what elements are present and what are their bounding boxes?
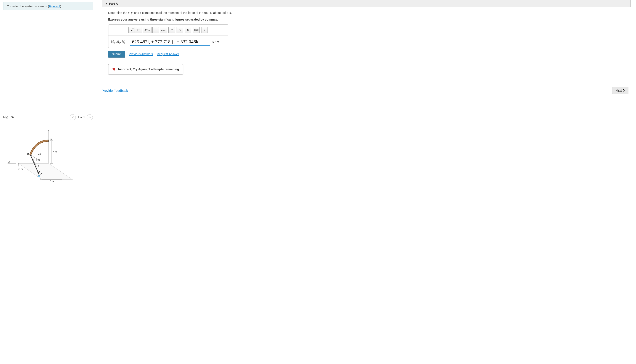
caret-down-icon: ▼	[105, 2, 107, 5]
svg-marker-1	[18, 164, 72, 180]
redo-button[interactable]: ↷	[176, 27, 183, 33]
label-d1: 4 m	[53, 150, 57, 153]
label-A: A	[50, 138, 52, 141]
template-button[interactable]: ■☐	[128, 27, 135, 33]
previous-answers-link[interactable]: Previous Answers	[129, 52, 153, 56]
label-x: x	[8, 160, 10, 163]
reset-button[interactable]: ↻	[185, 27, 191, 33]
label-d2: 4 m	[36, 158, 40, 161]
label-angle: 45°	[38, 153, 42, 156]
figure-prev-button[interactable]: <	[70, 114, 76, 120]
undo-button[interactable]: ↶	[168, 27, 175, 33]
problem-statement: Consider the system shown in (Figure 1).	[3, 2, 93, 10]
part-header[interactable]: ▼ Part A	[102, 0, 630, 7]
chevron-right-icon: ❯	[622, 89, 625, 92]
equation-toolbar: ■☐ √☐ ΑΣφ ↕↑ vec ↶ ↷ ↻ ⌨ ?	[108, 25, 228, 36]
figure-next-button[interactable]: >	[87, 114, 93, 120]
keyboard-button[interactable]: ⌨	[193, 27, 200, 33]
problem-prefix: Consider the system shown in (	[7, 4, 49, 8]
answer-box: ■☐ √☐ ΑΣφ ↕↑ vec ↶ ↷ ↻ ⌨ ?	[108, 24, 228, 48]
label-F: F	[38, 164, 40, 167]
figure-link[interactable]: Figure 1	[49, 4, 60, 8]
question-text: Determine the x, y, and z components of …	[108, 10, 624, 15]
answer-unit: N · m	[212, 40, 219, 44]
figure-counter: 1 of 1	[78, 116, 85, 119]
label-d3: 6 m	[19, 168, 23, 170]
figure-title: Figure	[3, 115, 14, 119]
part-title: Part A	[109, 2, 118, 6]
provide-feedback-link[interactable]: Provide Feedback	[102, 89, 128, 92]
arrows-button[interactable]: ↕↑	[152, 27, 159, 33]
feedback-box: ✖ Incorrect; Try Again; 7 attempts remai…	[108, 64, 183, 74]
label-z: z	[48, 129, 49, 132]
sqrt-button[interactable]: √☐	[135, 27, 142, 33]
label-B: B	[27, 152, 29, 156]
label-d4: 6 m	[50, 180, 54, 182]
vec-button[interactable]: vec	[160, 27, 167, 33]
figure-image: z x A B C F 45° 4 m 4 m 6 m 6 m	[3, 126, 93, 186]
greek-button[interactable]: ΑΣφ	[143, 27, 151, 33]
submit-button[interactable]: Submit	[108, 51, 125, 58]
request-answer-link[interactable]: Request Answer	[157, 52, 179, 56]
incorrect-icon: ✖	[112, 67, 116, 72]
answer-label: Mx, My, Mz =	[111, 40, 128, 44]
next-button[interactable]: Next ❯	[612, 87, 628, 94]
problem-suffix: ).	[60, 4, 62, 8]
feedback-text: Incorrect; Try Again; 7 attempts remaini…	[118, 68, 179, 71]
help-button[interactable]: ?	[201, 27, 208, 33]
answer-input[interactable]	[130, 38, 210, 46]
instruction-text: Express your answers using three signifi…	[108, 18, 624, 21]
label-C: C	[40, 173, 42, 176]
